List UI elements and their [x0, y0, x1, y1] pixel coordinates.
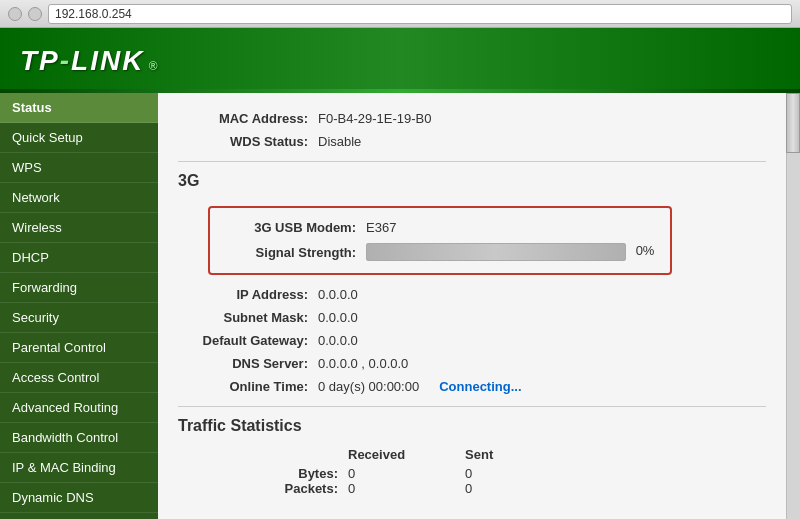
sidebar-item-advanced-routing[interactable]: Advanced Routing: [0, 393, 158, 423]
subnet-value: 0.0.0.0: [318, 310, 358, 325]
browser-forward-btn[interactable]: [28, 7, 42, 21]
mac-value: F0-B4-29-1E-19-B0: [318, 111, 431, 126]
signal-value: 0%: [366, 243, 654, 261]
modem-row: 3G USB Modem: E367: [226, 216, 654, 239]
content-area: Status Quick Setup WPS Network Wireless …: [0, 93, 800, 519]
3g-box: 3G USB Modem: E367 Signal Strength: 0%: [208, 206, 672, 275]
signal-percent: 0%: [636, 243, 655, 258]
bytes-received: 0: [348, 466, 465, 481]
sidebar-item-system-tools[interactable]: System Tools: [0, 513, 158, 519]
mac-label: MAC Address:: [178, 111, 318, 126]
wds-label: WDS Status:: [178, 134, 318, 149]
signal-row: Signal Strength: 0%: [226, 239, 654, 265]
subnet-row: Subnet Mask: 0.0.0.0: [178, 306, 766, 329]
sidebar-item-network[interactable]: Network: [0, 183, 158, 213]
subnet-label: Subnet Mask:: [178, 310, 318, 325]
packets-received: 0: [348, 481, 465, 496]
col-received: Received: [348, 443, 465, 466]
sidebar-item-bandwidth-control[interactable]: Bandwidth Control: [0, 423, 158, 453]
gateway-value: 0.0.0.0: [318, 333, 358, 348]
traffic-table: Received Sent Bytes: 0 0 Packets:: [228, 443, 766, 496]
address-text: 192.168.0.254: [55, 7, 132, 21]
mac-row: MAC Address: F0-B4-29-1E-19-B0: [178, 107, 766, 130]
main-container: TP-LINK® Status Quick Setup WPS Network …: [0, 28, 800, 519]
address-bar[interactable]: 192.168.0.254: [48, 4, 792, 24]
dns-row: DNS Server: 0.0.0.0 , 0.0.0.0: [178, 352, 766, 375]
signal-bar: [366, 243, 626, 261]
sidebar-item-wps[interactable]: WPS: [0, 153, 158, 183]
content-inner: MAC Address: F0-B4-29-1E-19-B0 WDS Statu…: [158, 93, 786, 506]
bytes-row: Bytes: 0 0: [228, 466, 553, 481]
divider-1: [178, 161, 766, 162]
modem-value: E367: [366, 220, 396, 235]
connecting-text: Connecting...: [439, 379, 521, 394]
ip-value: 0.0.0.0: [318, 287, 358, 302]
traffic-data-table: Received Sent Bytes: 0 0 Packets:: [228, 443, 553, 496]
ip-label: IP Address:: [178, 287, 318, 302]
online-value: 0 day(s) 00:00:00: [318, 379, 419, 394]
dns-value: 0.0.0.0 , 0.0.0.0: [318, 356, 408, 371]
gateway-label: Default Gateway:: [178, 333, 318, 348]
main-content: MAC Address: F0-B4-29-1E-19-B0 WDS Statu…: [158, 93, 800, 519]
scrollbar-thumb[interactable]: [786, 93, 800, 153]
packets-sent: 0: [465, 481, 553, 496]
online-row: Online Time: 0 day(s) 00:00:00 Connectin…: [178, 375, 766, 398]
signal-label: Signal Strength:: [226, 245, 366, 260]
online-label: Online Time:: [178, 379, 318, 394]
browser-back-btn[interactable]: [8, 7, 22, 21]
logo: TP-LINK®: [20, 45, 159, 77]
sidebar-item-security[interactable]: Security: [0, 303, 158, 333]
bytes-sent: 0: [465, 466, 553, 481]
sidebar-item-parental-control[interactable]: Parental Control: [0, 333, 158, 363]
traffic-header-row: Received Sent: [228, 443, 553, 466]
modem-label: 3G USB Modem:: [226, 220, 366, 235]
ip-row: IP Address: 0.0.0.0: [178, 283, 766, 306]
scrollbar-track[interactable]: [786, 93, 800, 519]
browser-bar: 192.168.0.254: [0, 0, 800, 28]
sidebar: Status Quick Setup WPS Network Wireless …: [0, 93, 158, 519]
col-sent: Sent: [465, 443, 553, 466]
sidebar-item-dhcp[interactable]: DHCP: [0, 243, 158, 273]
sidebar-item-forwarding[interactable]: Forwarding: [0, 273, 158, 303]
traffic-heading: Traffic Statistics: [178, 417, 766, 435]
sidebar-item-ip-mac-binding[interactable]: IP & MAC Binding: [0, 453, 158, 483]
divider-2: [178, 406, 766, 407]
sidebar-item-wireless[interactable]: Wireless: [0, 213, 158, 243]
packets-label: Packets:: [228, 481, 348, 496]
sidebar-item-quick-setup[interactable]: Quick Setup: [0, 123, 158, 153]
packets-row: Packets: 0 0: [228, 481, 553, 496]
gateway-row: Default Gateway: 0.0.0.0: [178, 329, 766, 352]
header: TP-LINK®: [0, 28, 800, 93]
sidebar-item-status[interactable]: Status: [0, 93, 158, 123]
top-info: MAC Address: F0-B4-29-1E-19-B0 WDS Statu…: [178, 103, 766, 153]
dns-label: DNS Server:: [178, 356, 318, 371]
sidebar-item-dynamic-dns[interactable]: Dynamic DNS: [0, 483, 158, 513]
sidebar-item-access-control[interactable]: Access Control: [0, 363, 158, 393]
bytes-label: Bytes:: [228, 466, 348, 481]
wds-row: WDS Status: Disable: [178, 130, 766, 153]
section-3g-heading: 3G: [178, 172, 766, 190]
wds-value: Disable: [318, 134, 361, 149]
